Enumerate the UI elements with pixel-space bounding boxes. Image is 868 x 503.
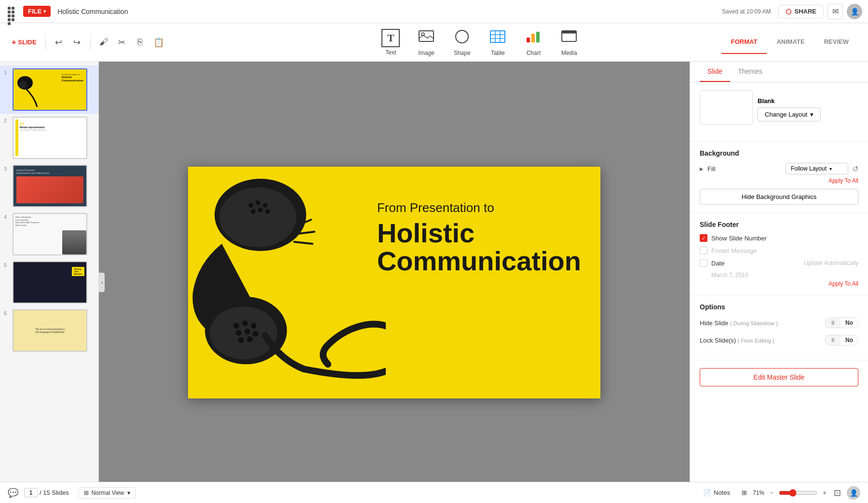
panel-tabs: Slide Themes bbox=[690, 62, 868, 82]
background-title: Background bbox=[700, 149, 858, 157]
svg-point-31 bbox=[251, 323, 257, 329]
lock-slides-toggle[interactable]: ⏸ No bbox=[825, 335, 858, 345]
svg-rect-9 bbox=[531, 34, 535, 42]
footer-message-checkbox[interactable] bbox=[700, 247, 707, 254]
lock-slides-sublabel: ( From Editing ) bbox=[738, 338, 774, 344]
user-avatar[interactable]: 👤 bbox=[847, 4, 862, 19]
fit-to-screen-button[interactable]: ⊡ bbox=[834, 488, 841, 498]
tab-format[interactable]: FORMAT bbox=[721, 31, 767, 54]
reset-icon[interactable]: ↺ bbox=[852, 164, 858, 173]
lock-slides-no[interactable]: No bbox=[841, 335, 858, 345]
media-tool[interactable]: Media bbox=[552, 25, 586, 59]
slide-number-input[interactable] bbox=[24, 488, 38, 497]
zoom-plus-icon[interactable]: ＋ bbox=[821, 489, 828, 497]
canvas-area[interactable]: ◂ bbox=[99, 62, 690, 503]
date-checkbox[interactable] bbox=[700, 259, 707, 267]
tab-review[interactable]: REVIEW bbox=[814, 31, 858, 54]
slide-thumb-2[interactable]: 2 01 Mental representation use of icons,… bbox=[0, 114, 98, 162]
email-notifications-icon[interactable]: ✉ bbox=[827, 4, 843, 19]
svg-rect-3 bbox=[490, 31, 505, 42]
redo-button[interactable]: ↪ bbox=[69, 34, 85, 51]
slide-thumb-5[interactable]: 5 SharingJointAttention bbox=[0, 258, 98, 306]
bottombar: 💬 / 15 Slides ⊞ Normal View ▾ 📄 Notes ⊞ … bbox=[0, 482, 868, 503]
text-tool[interactable]: T Text bbox=[374, 26, 407, 59]
svg-point-23 bbox=[265, 209, 270, 214]
slide-subtitle: From Presentation to bbox=[377, 200, 581, 215]
slide-counter: / 15 Slides bbox=[24, 488, 69, 497]
notes-button[interactable]: 📄 Notes bbox=[703, 489, 730, 496]
edit-master-slide-button[interactable]: Edit Master Slide bbox=[700, 368, 858, 386]
fill-dropdown[interactable]: Follow Layout ▾ bbox=[786, 163, 848, 174]
svg-rect-8 bbox=[527, 38, 530, 42]
hide-slide-toggle[interactable]: ⏸ No bbox=[825, 318, 858, 328]
chart-icon bbox=[525, 28, 542, 48]
undo-button[interactable]: ↩ bbox=[51, 34, 67, 51]
footer-message-label: Footer Message bbox=[711, 247, 757, 254]
plus-icon: + bbox=[12, 38, 16, 47]
sorter-icon: ⊞ bbox=[742, 489, 747, 496]
slide-sorter-button[interactable]: ⊞ bbox=[742, 489, 747, 496]
footer-message-row: Footer Message bbox=[700, 247, 858, 254]
svg-point-17 bbox=[219, 187, 297, 247]
slide-thumb-6[interactable]: 6 The art of communication isthe languag… bbox=[0, 306, 98, 355]
app-title: Holistic Communication bbox=[57, 8, 128, 15]
change-layout-button[interactable]: Change Layout ▾ bbox=[758, 107, 821, 121]
panel-tab-themes[interactable]: Themes bbox=[730, 62, 770, 82]
svg-line-26 bbox=[294, 242, 312, 244]
tab-animate[interactable]: ANIMATE bbox=[767, 31, 814, 54]
image-tool[interactable]: Image bbox=[409, 25, 443, 59]
background-apply-all[interactable]: Apply To All bbox=[700, 177, 858, 184]
svg-point-20 bbox=[263, 203, 268, 208]
slide-thumb-4[interactable]: 4 Rate of Intentional Communication Acts… bbox=[0, 210, 98, 258]
copy-button[interactable]: ⎘ bbox=[132, 34, 149, 51]
paste-button[interactable]: 📋 bbox=[150, 34, 167, 51]
fill-expand-icon[interactable]: ▶ bbox=[700, 166, 704, 172]
footer-apply-all[interactable]: Apply To All bbox=[700, 280, 858, 287]
slide-image-3: Intents/Functions Expressed in and what … bbox=[13, 165, 87, 207]
shape-icon bbox=[453, 28, 471, 48]
slide-number-6: 6 bbox=[4, 310, 13, 316]
show-slide-number-checkbox[interactable]: ✓ bbox=[700, 234, 707, 242]
bottom-user-avatar[interactable]: 👤 bbox=[847, 486, 860, 500]
slide-number-1: 1 bbox=[4, 69, 13, 75]
chat-button[interactable]: 💬 bbox=[8, 488, 18, 498]
show-slide-number-row: ✓ Show Slide Number bbox=[700, 234, 858, 242]
options-title: Options bbox=[700, 303, 858, 311]
zoom-slider[interactable] bbox=[779, 489, 817, 497]
slide-canvas[interactable]: From Presentation to HolisticCommunicati… bbox=[188, 167, 600, 398]
share-icon: ⬡ bbox=[786, 8, 791, 15]
add-slide-button[interactable]: + SLIDE bbox=[8, 36, 41, 49]
date-row: Date Update Automatically bbox=[700, 259, 858, 267]
image-icon bbox=[418, 28, 435, 48]
update-automatically-label: Update Automatically bbox=[804, 260, 858, 266]
grid-menu-icon[interactable] bbox=[6, 5, 19, 18]
checkmark-icon: ✓ bbox=[702, 236, 705, 241]
layout-name: Blank bbox=[758, 97, 821, 105]
slide-thumb-3[interactable]: 3 Intents/Functions Expressed in and wha… bbox=[0, 162, 98, 210]
panel-collapse-handle[interactable]: ◂ bbox=[99, 273, 105, 292]
table-tool[interactable]: Table bbox=[481, 25, 515, 59]
share-button[interactable]: ⬡ SHARE bbox=[778, 5, 824, 18]
shape-tool[interactable]: Shape bbox=[445, 25, 479, 59]
normal-view-button[interactable]: ⊞ Normal View ▾ bbox=[79, 487, 136, 499]
paint-format-button[interactable]: 🖌 bbox=[95, 34, 112, 51]
svg-rect-0 bbox=[419, 31, 434, 41]
file-button[interactable]: SLIDEFILE ▾ bbox=[23, 6, 51, 17]
chart-tool[interactable]: Chart bbox=[516, 25, 550, 59]
svg-point-34 bbox=[253, 331, 258, 337]
table-icon bbox=[489, 28, 506, 48]
zoom-minus-icon[interactable]: － bbox=[768, 489, 775, 497]
svg-point-29 bbox=[233, 323, 239, 329]
slide-thumb-1[interactable]: 1 From Presentation to HolisticCommunica… bbox=[0, 66, 98, 114]
slide-image-4: Rate of Intentional Communication Acts a… bbox=[13, 213, 87, 255]
footer-section: Slide Footer ✓ Show Slide Number Footer … bbox=[690, 213, 868, 295]
panel-tab-slide[interactable]: Slide bbox=[700, 62, 730, 82]
lock-slides-row: Lock Slide(s) ( From Editing ) ⏸ No bbox=[700, 335, 858, 345]
hide-background-button[interactable]: Hide Background Graphics bbox=[700, 189, 858, 205]
background-section: Background ▶ Fill Follow Layout ▾ ↺ Appl… bbox=[690, 142, 868, 213]
slide-image-2: 01 Mental representation use of icons, i… bbox=[13, 117, 87, 159]
cut-button[interactable]: ✂ bbox=[114, 34, 130, 51]
svg-point-30 bbox=[242, 320, 248, 326]
hide-slide-no[interactable]: No bbox=[841, 318, 858, 328]
svg-rect-10 bbox=[536, 32, 540, 42]
